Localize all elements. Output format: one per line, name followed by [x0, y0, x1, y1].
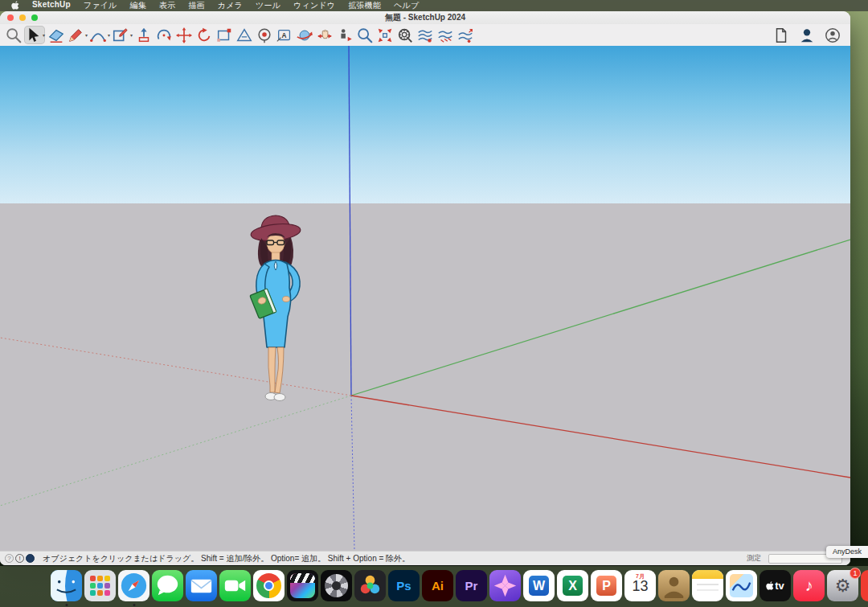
position-camera-tool[interactable]	[335, 26, 354, 44]
dock-safari[interactable]	[117, 570, 150, 607]
dock-excel[interactable]: X	[556, 570, 589, 607]
dock-facetime[interactable]	[219, 570, 252, 607]
user-circle-icon[interactable]	[26, 554, 35, 563]
menu-file[interactable]: ファイル	[77, 0, 124, 11]
eraser-icon	[47, 27, 65, 44]
tape-measure-tool[interactable]	[235, 26, 253, 44]
menu-tools[interactable]: ツール	[249, 0, 287, 11]
zoom-tool[interactable]	[355, 26, 374, 44]
dock-calendar[interactable]: 7月13	[624, 570, 657, 607]
model-search-tool[interactable]	[395, 26, 414, 44]
search-tool[interactable]	[4, 26, 23, 44]
scale-figure[interactable]	[235, 211, 317, 406]
dock-premiere-pro[interactable]: Pr	[455, 570, 488, 607]
dock-chrome[interactable]	[252, 570, 285, 607]
dock-freeform[interactable]	[725, 570, 758, 607]
pan-icon	[316, 27, 334, 44]
dock-finder[interactable]	[50, 570, 83, 607]
apple-icon	[11, 1, 19, 10]
push-pull-icon	[135, 27, 153, 44]
menu-view[interactable]: 表示	[153, 0, 182, 11]
dock-davinci-resolve[interactable]	[354, 570, 387, 607]
minimize-button[interactable]	[19, 14, 26, 21]
dock-mail[interactable]	[185, 570, 218, 607]
menu-sketchup[interactable]: SketchUp	[26, 0, 77, 11]
menu-window[interactable]: ウィンドウ	[287, 0, 342, 11]
move-tool[interactable]	[174, 26, 193, 44]
eraser-tool[interactable]	[47, 26, 65, 44]
arc-icon	[89, 27, 107, 44]
figure-leg-left	[268, 347, 276, 392]
dock-illustrator[interactable]: Ai	[421, 570, 454, 607]
figure-hand-right	[283, 297, 290, 302]
apple-tv-icon: tv	[760, 570, 791, 601]
info-circle-icon[interactable]: !	[15, 554, 24, 563]
menu-extensions[interactable]: 拡張機能	[342, 0, 387, 11]
menu-help[interactable]: ヘルプ	[387, 0, 425, 11]
menu-camera[interactable]: カメラ	[211, 0, 249, 11]
apple-menu[interactable]	[5, 1, 26, 10]
dropdown-caret-icon[interactable]: ▾	[85, 32, 88, 38]
profile-circle-icon	[824, 27, 841, 44]
offset-tool[interactable]	[154, 26, 173, 44]
zoom-extents-tool[interactable]	[375, 26, 394, 44]
dock-compressor[interactable]	[320, 570, 353, 607]
scale-tool[interactable]	[215, 26, 233, 44]
title-bar[interactable]: 無題 - SketchUp 2024	[0, 11, 850, 24]
select-tool[interactable]: ▾	[24, 26, 45, 44]
word-icon: W	[523, 570, 555, 601]
dock-powerpoint[interactable]: P	[590, 570, 623, 607]
dock-music[interactable]: ♪	[792, 570, 825, 607]
pan-tool[interactable]	[315, 26, 334, 44]
rotate-icon	[195, 27, 213, 44]
line-tool[interactable]: ▾	[67, 26, 88, 44]
desktop: SketchUpファイル編集表示描画カメラツールウィンドウ拡張機能ヘルプ 無題 …	[0, 0, 868, 607]
new-document-button[interactable]	[772, 26, 790, 44]
close-button[interactable]	[7, 14, 14, 21]
menu-edit[interactable]: 編集	[123, 0, 152, 11]
davinci-icon	[354, 570, 386, 601]
dropdown-caret-icon[interactable]: ▾	[130, 32, 133, 38]
dock-launchpad[interactable]	[84, 570, 117, 607]
orbit-tool[interactable]	[295, 26, 313, 44]
finder-icon	[51, 570, 82, 601]
arc-tool[interactable]: ▾	[89, 26, 110, 44]
dock-settings[interactable]: ⚙1	[826, 570, 859, 607]
sandbox-contours-tool[interactable]	[416, 26, 434, 44]
menu-draw[interactable]: 描画	[182, 0, 211, 11]
anydesk-tooltip[interactable]: AnyDesk	[826, 546, 868, 558]
svg-text:A: A	[281, 32, 286, 39]
help-circle-icon[interactable]: ?	[5, 554, 14, 563]
rotate-tool[interactable]	[194, 26, 213, 44]
fullscreen-button[interactable]	[31, 14, 38, 21]
look-around-tool[interactable]	[255, 26, 273, 44]
push-pull-tool[interactable]	[134, 26, 153, 44]
running-indicator	[133, 604, 135, 606]
dropdown-caret-icon[interactable]: ▾	[108, 32, 110, 38]
dock-photoshop[interactable]: Ps	[387, 570, 420, 607]
running-indicator	[65, 604, 68, 606]
orbit-icon	[296, 27, 313, 44]
dock-apple-tv[interactable]: tv	[759, 570, 792, 607]
text-tool[interactable]: A	[275, 26, 293, 44]
notes-icon	[692, 570, 723, 601]
dock-word[interactable]: W	[522, 570, 555, 607]
dock-contacts[interactable]	[657, 570, 690, 607]
dock-final-cut-pro[interactable]	[286, 570, 319, 607]
dock-affinity[interactable]	[489, 570, 522, 607]
profile-button[interactable]	[823, 26, 841, 44]
sandbox-smoove-tool[interactable]	[456, 26, 474, 44]
dock-messages[interactable]	[151, 570, 184, 607]
account-button[interactable]	[797, 26, 816, 44]
line-pencil-icon	[67, 27, 84, 44]
notification-badge: 1	[850, 568, 861, 579]
figure-face	[267, 234, 285, 254]
affinity-icon	[489, 570, 521, 601]
dropdown-caret-icon[interactable]: ▾	[43, 32, 45, 38]
zoom-extents-icon	[376, 27, 394, 44]
sandbox-scratch-tool[interactable]	[436, 26, 454, 44]
shape-tool[interactable]: ▾	[112, 26, 133, 44]
model-viewport[interactable]	[0, 46, 850, 551]
dock-notes[interactable]	[691, 570, 724, 607]
dock-anydesk[interactable]	[860, 570, 868, 607]
